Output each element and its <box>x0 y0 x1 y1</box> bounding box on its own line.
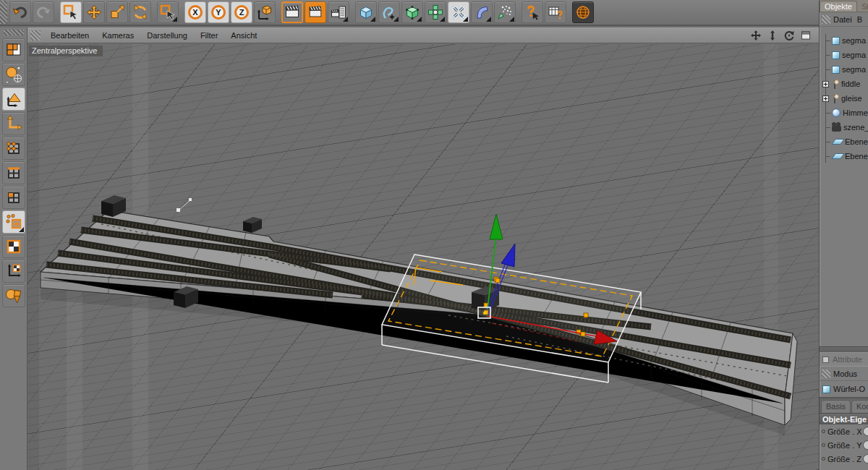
menu-bearbeiten[interactable]: Bearbeiten <box>44 30 95 41</box>
render-to-picture-viewer-button[interactable] <box>305 1 326 23</box>
object-manager-grip[interactable] <box>822 15 830 24</box>
axis-modification-icon <box>450 4 467 21</box>
add-spline-button[interactable] <box>378 1 400 23</box>
property-label: Größe . X <box>827 427 862 436</box>
objects-mode-button[interactable] <box>2 284 25 307</box>
polygons-mode-button[interactable] <box>2 186 25 209</box>
scale-button[interactable] <box>106 1 128 23</box>
tree-item-segma-1[interactable]: segma <box>820 33 868 48</box>
expand-icon[interactable] <box>822 81 829 87</box>
help-button[interactable] <box>522 1 543 23</box>
selected-object-row[interactable]: Würfel-O <box>820 381 868 397</box>
rotate-button[interactable] <box>129 1 151 23</box>
sidebar-grip[interactable] <box>4 30 24 35</box>
tweak-mode-button[interactable] <box>2 210 25 234</box>
render-settings-button[interactable] <box>328 1 349 23</box>
texture-axis-mode-icon <box>5 262 22 280</box>
camera-object-icon <box>832 126 841 132</box>
rotate-icon <box>132 4 149 21</box>
render-settings-icon <box>330 4 347 21</box>
tree-item-szene[interactable]: szene_ <box>820 120 868 134</box>
scene-canvas[interactable] <box>27 44 819 470</box>
undo-button[interactable] <box>9 1 31 23</box>
points-mode-button[interactable] <box>2 137 25 160</box>
menu-modus[interactable]: Modus <box>833 369 857 378</box>
viewport-zoom-button[interactable] <box>767 30 778 41</box>
axis-modification-button[interactable] <box>448 1 469 23</box>
menubar-grip[interactable] <box>30 30 41 40</box>
redo-button[interactable] <box>33 1 54 23</box>
tree-item-ebene-1[interactable]: Ebene <box>820 134 868 149</box>
render-view-button[interactable] <box>281 1 303 23</box>
coordinate-system-button[interactable] <box>254 1 276 23</box>
attribute-grip[interactable] <box>822 369 830 378</box>
texture-axis-mode-button[interactable] <box>2 260 25 283</box>
menu-darstellung[interactable]: Darstellung <box>140 30 194 41</box>
tree-item-segma-3[interactable]: segma <box>820 62 868 77</box>
array-icon <box>427 4 444 21</box>
make-editable-button[interactable] <box>2 63 25 86</box>
online-help-button[interactable] <box>572 1 594 23</box>
tree-item-gleise[interactable]: gleise <box>820 91 868 106</box>
key-dot-icon[interactable] <box>822 430 825 433</box>
render-to-picture-viewer-icon <box>307 4 323 20</box>
point-handle[interactable] <box>176 198 192 212</box>
live-selection-button[interactable] <box>60 1 82 23</box>
viewport-maximize-button[interactable] <box>800 30 812 41</box>
add-particle-emitter-button[interactable] <box>494 1 516 23</box>
coordinate-system-icon <box>256 4 273 21</box>
tab-struktur[interactable]: Str <box>857 1 868 12</box>
lock-y-label: Y <box>216 8 221 17</box>
object-manager-tabs: Objekte Str <box>820 0 868 12</box>
texture-mode-button[interactable] <box>2 235 25 258</box>
key-dot-icon[interactable] <box>822 457 825 461</box>
expand-icon[interactable] <box>822 95 829 102</box>
viewport-pan-button[interactable] <box>750 30 762 41</box>
groesse-z-input[interactable] <box>863 454 868 463</box>
render-view-icon <box>284 4 301 21</box>
add-deformer-button[interactable] <box>471 1 493 23</box>
menu-filter[interactable]: Filter <box>194 30 224 41</box>
add-hypernurbs-button[interactable] <box>401 1 423 23</box>
edges-mode-button[interactable] <box>2 161 25 184</box>
viewport-rotate-button[interactable] <box>783 30 795 41</box>
command-help-button[interactable] <box>545 1 566 23</box>
tree-item-ebene-2[interactable]: Ebene <box>820 149 868 163</box>
z-axis-arrowhead[interactable] <box>501 244 515 267</box>
hypernurbs-icon <box>404 4 421 21</box>
move-button[interactable] <box>83 1 105 23</box>
menu-ansicht[interactable]: Ansicht <box>224 30 263 41</box>
lock-x-axis-button[interactable]: X <box>184 1 206 23</box>
add-array-button[interactable] <box>425 1 446 23</box>
menu-bearbeiten-cut[interactable]: B <box>857 15 867 24</box>
section-objekt-eigenschaften[interactable]: Objekt-Eige <box>820 413 868 424</box>
panel-splitter[interactable] <box>820 346 868 353</box>
attribute-tab-label: Attribute <box>833 355 862 364</box>
particles-icon <box>496 4 514 21</box>
lock-y-axis-button[interactable]: Y <box>208 1 229 23</box>
tree-connector <box>825 156 830 157</box>
tree-item-himmel[interactable]: Himme <box>820 106 868 120</box>
tree-item-segma-2[interactable]: segma <box>820 48 868 62</box>
add-cube-primitive-button[interactable] <box>355 1 377 23</box>
3d-viewport[interactable]: Zentralperspektive <box>27 44 819 470</box>
groesse-x-input[interactable] <box>863 427 868 436</box>
key-dot-icon[interactable] <box>822 443 825 447</box>
tree-item-fiddle[interactable]: fiddle <box>820 77 868 91</box>
y-axis-arrowhead[interactable] <box>490 214 503 239</box>
toolbar-grip[interactable] <box>0 1 7 24</box>
layout-button[interactable] <box>2 38 25 61</box>
tab-koordinaten[interactable]: Koor <box>851 400 868 413</box>
menu-datei[interactable]: Datei <box>833 15 857 24</box>
object-axis-mode-button[interactable] <box>2 112 25 135</box>
tab-basis[interactable]: Basis <box>821 400 851 413</box>
rectangle-selection-button[interactable] <box>157 1 179 23</box>
property-groesse-x: Größe . X <box>820 424 868 438</box>
groesse-y-input[interactable] <box>863 440 868 450</box>
tab-attribute[interactable]: Attribute <box>820 353 868 366</box>
tab-objekte[interactable]: Objekte <box>820 1 857 12</box>
menu-kameras[interactable]: Kameras <box>95 30 140 41</box>
model-mode-button[interactable] <box>2 87 25 111</box>
rectangle-selection-icon <box>159 4 176 21</box>
lock-z-axis-button[interactable]: Z <box>231 1 252 23</box>
